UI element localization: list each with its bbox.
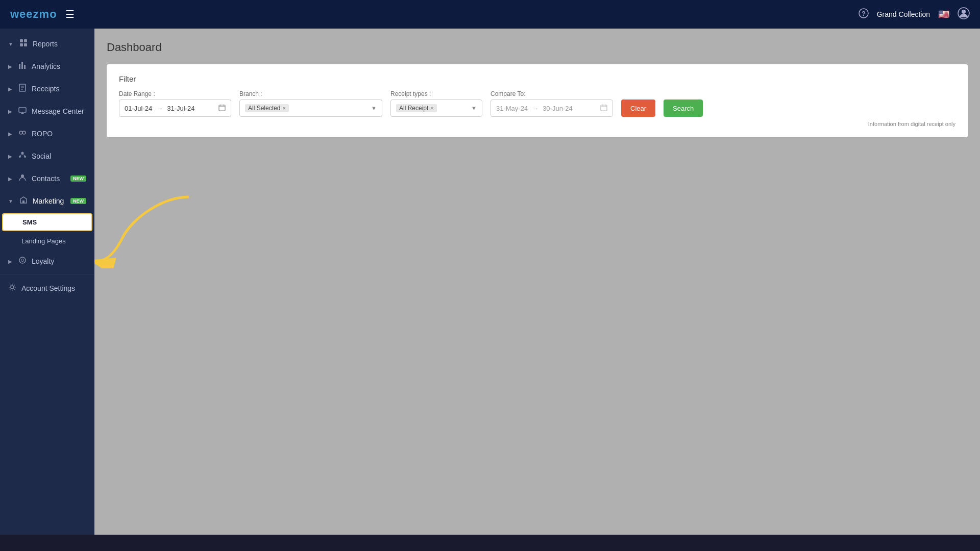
compare-arrow: → xyxy=(532,105,538,112)
svg-rect-10 xyxy=(24,65,26,69)
compare-calendar-icon xyxy=(600,104,607,113)
compare-to-label: Compare To: xyxy=(491,90,613,97)
svg-point-19 xyxy=(19,156,21,158)
sidebar-item-account-settings[interactable]: Account Settings xyxy=(0,277,94,299)
receipt-type-tag-remove[interactable]: × xyxy=(430,105,433,111)
compare-end: 30-Jun-24 xyxy=(543,105,573,112)
svg-point-18 xyxy=(21,152,24,155)
menu-icon[interactable]: ☰ xyxy=(65,8,75,20)
analytics-icon xyxy=(18,61,27,71)
chevron-icon: ▶ xyxy=(8,86,12,92)
svg-rect-4 xyxy=(20,39,23,42)
date-range-label: Date Range : xyxy=(119,90,231,97)
branch-field: Branch : All Selected × ▼ xyxy=(239,90,382,117)
compare-start: 31-May-24 xyxy=(496,105,528,112)
ropo-icon xyxy=(18,129,27,139)
sidebar-item-analytics[interactable]: ▶ Analytics xyxy=(0,55,94,78)
sidebar-item-marketing[interactable]: ▼ Marketing NEW xyxy=(0,190,94,212)
sidebar-subitem-landing-pages-label: Landing Pages xyxy=(21,237,66,245)
sidebar-subitem-sms-label: SMS xyxy=(22,218,37,226)
sidebar-item-contacts[interactable]: ▶ Contacts NEW xyxy=(0,167,94,190)
date-end: 31-Jul-24 xyxy=(167,105,194,112)
svg-line-21 xyxy=(20,155,22,156)
filter-title: Filter xyxy=(119,74,955,83)
main-layout: ▼ Reports ▶ Analytics ▶ Receipts ▶ xyxy=(0,29,980,535)
chevron-icon: ▼ xyxy=(8,41,13,47)
svg-rect-29 xyxy=(219,105,225,111)
date-range-field: Date Range : 01-Jul-24 → 31-Jul-24 xyxy=(119,90,231,117)
receipt-types-field: Receipt types : All Receipt × ▼ xyxy=(390,90,482,117)
bottombar xyxy=(0,535,980,551)
svg-point-26 xyxy=(21,259,24,262)
sidebar-divider xyxy=(0,274,94,275)
marketing-new-badge: NEW xyxy=(70,198,86,204)
sidebar-item-reports[interactable]: ▼ Reports xyxy=(0,33,94,55)
topbar-right: ? Grand Collection 🇺🇸 xyxy=(859,7,970,21)
receipt-type-tag-label: All Receipt xyxy=(399,105,428,112)
branch-select[interactable]: All Selected × ▼ xyxy=(239,99,382,117)
flag-icon: 🇺🇸 xyxy=(938,9,949,20)
clear-button[interactable]: Clear xyxy=(621,99,655,117)
date-start: 01-Jul-24 xyxy=(125,105,152,112)
sidebar-item-ropo[interactable]: ▶ ROPO xyxy=(0,122,94,145)
filter-card: Filter Date Range : 01-Jul-24 → 31-Jul-2… xyxy=(107,64,968,137)
filter-note: Information from digital receipt only xyxy=(119,121,955,127)
sidebar-item-message-center-label: Message Center xyxy=(32,107,86,115)
svg-rect-24 xyxy=(22,201,24,203)
sidebar-item-analytics-label: Analytics xyxy=(32,62,86,70)
svg-rect-15 xyxy=(19,108,26,112)
help-icon[interactable]: ? xyxy=(859,8,869,21)
sidebar-item-message-center[interactable]: ▶ Message Center xyxy=(0,100,94,122)
social-icon xyxy=(18,151,27,161)
sidebar-subitem-sms[interactable]: SMS xyxy=(2,213,92,231)
branch-tag: All Selected × xyxy=(245,104,289,112)
main-content: Dashboard Filter Date Range : 01-Jul-24 … xyxy=(94,29,980,535)
receipt-type-tag: All Receipt × xyxy=(396,104,437,112)
svg-point-20 xyxy=(24,156,26,158)
svg-rect-7 xyxy=(24,43,27,46)
svg-point-23 xyxy=(21,174,24,178)
branch-tag-remove[interactable]: × xyxy=(282,105,285,111)
svg-point-3 xyxy=(962,10,966,14)
svg-point-16 xyxy=(19,131,22,134)
sidebar-item-social[interactable]: ▶ Social xyxy=(0,145,94,167)
sidebar: ▼ Reports ▶ Analytics ▶ Receipts ▶ xyxy=(0,29,94,535)
chevron-icon: ▶ xyxy=(8,64,12,69)
chevron-icon: ▶ xyxy=(8,176,12,182)
message-center-icon xyxy=(18,106,27,116)
sidebar-item-account-settings-label: Account Settings xyxy=(21,284,86,292)
annotation-arrow xyxy=(94,187,204,268)
calendar-icon xyxy=(218,104,226,113)
brand-name: Grand Collection xyxy=(877,10,930,18)
svg-point-25 xyxy=(19,257,26,263)
sidebar-subitem-landing-pages[interactable]: Landing Pages xyxy=(0,232,94,250)
receipt-type-caret: ▼ xyxy=(471,105,477,111)
svg-line-22 xyxy=(22,155,25,156)
search-button[interactable]: Search xyxy=(664,99,703,117)
svg-rect-6 xyxy=(20,43,23,46)
sidebar-item-social-label: Social xyxy=(32,152,86,160)
sidebar-item-receipts-label: Receipts xyxy=(32,85,86,93)
reports-icon xyxy=(19,39,28,49)
sidebar-item-ropo-label: ROPO xyxy=(32,130,86,138)
compare-to-input[interactable]: 31-May-24 → 30-Jun-24 xyxy=(491,99,613,117)
sidebar-item-loyalty[interactable]: ▶ Loyalty xyxy=(0,250,94,272)
branch-label: Branch : xyxy=(239,90,382,97)
sidebar-item-marketing-label: Marketing xyxy=(33,197,65,205)
svg-text:?: ? xyxy=(862,10,865,17)
chevron-icon: ▶ xyxy=(8,154,12,159)
svg-point-17 xyxy=(22,131,26,134)
receipt-types-select[interactable]: All Receipt × ▼ xyxy=(390,99,482,117)
chevron-icon: ▶ xyxy=(8,131,12,137)
receipts-icon xyxy=(18,84,27,94)
loyalty-icon xyxy=(18,256,27,266)
user-avatar[interactable] xyxy=(958,7,970,21)
date-range-input[interactable]: 01-Jul-24 → 31-Jul-24 xyxy=(119,99,231,117)
contacts-new-badge: NEW xyxy=(70,176,86,182)
compare-to-field: Compare To: 31-May-24 → 30-Jun-24 xyxy=(491,90,613,117)
svg-rect-5 xyxy=(24,39,27,42)
chevron-icon: ▼ xyxy=(8,198,13,204)
sidebar-item-receipts[interactable]: ▶ Receipts xyxy=(0,78,94,100)
svg-rect-9 xyxy=(21,62,23,69)
filter-row: Date Range : 01-Jul-24 → 31-Jul-24 Branc… xyxy=(119,90,955,117)
